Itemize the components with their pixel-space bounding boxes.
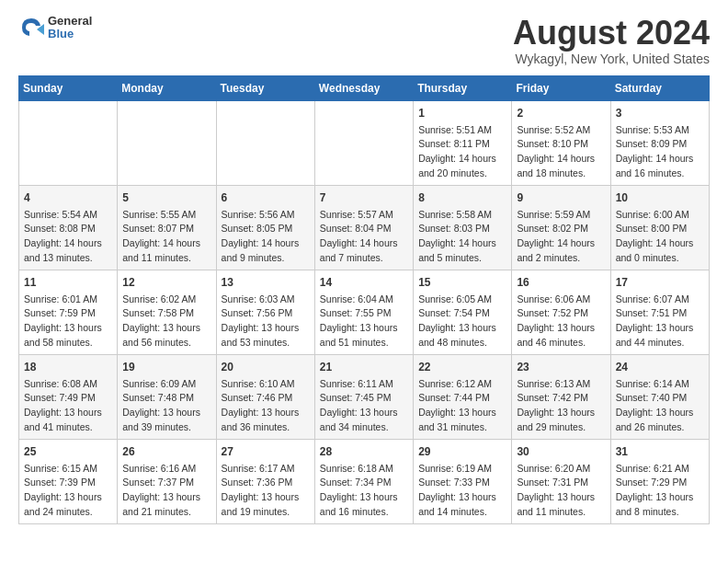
day-info: Daylight: 14 hours [320, 236, 408, 251]
day-info: Sunset: 7:54 PM [418, 306, 506, 321]
day-number: 30 [517, 443, 605, 460]
calendar-week-row: 4Sunrise: 5:54 AMSunset: 8:08 PMDaylight… [19, 185, 710, 270]
day-number: 11 [24, 274, 112, 291]
day-info: Daylight: 13 hours [517, 490, 605, 505]
day-info: Sunset: 7:37 PM [122, 476, 210, 490]
calendar-cell [118, 100, 216, 185]
day-info: Sunrise: 6:20 AM [517, 462, 605, 477]
calendar-cell: 5Sunrise: 5:55 AMSunset: 8:07 PMDaylight… [118, 185, 216, 270]
day-info: Daylight: 14 hours [222, 236, 310, 251]
calendar-cell [19, 100, 118, 185]
day-number: 20 [222, 359, 310, 375]
day-number: 29 [418, 443, 506, 460]
day-info: Sunrise: 6:10 AM [222, 377, 310, 392]
day-number: 13 [222, 274, 310, 291]
day-info: and 44 minutes. [616, 336, 704, 350]
day-number: 2 [517, 105, 605, 121]
day-info: Sunrise: 6:11 AM [320, 377, 408, 392]
day-info: Sunrise: 5:59 AM [517, 208, 605, 223]
calendar-week-row: 11Sunrise: 6:01 AMSunset: 7:59 PMDayligh… [19, 270, 710, 354]
weekday-header: Friday [512, 75, 610, 100]
day-info: Sunrise: 6:03 AM [222, 293, 310, 307]
day-info: Sunrise: 6:08 AM [24, 377, 112, 392]
day-number: 16 [517, 274, 605, 291]
day-info: Sunset: 8:05 PM [222, 222, 310, 236]
day-info: Sunset: 7:44 PM [418, 391, 506, 406]
day-info: Daylight: 13 hours [222, 490, 310, 505]
day-info: Daylight: 13 hours [418, 406, 506, 420]
day-info: Daylight: 13 hours [222, 321, 310, 336]
calendar-table: SundayMondayTuesdayWednesdayThursdayFrid… [18, 75, 710, 524]
calendar-cell [314, 100, 413, 185]
day-info: Daylight: 14 hours [517, 236, 605, 251]
calendar-cell: 18Sunrise: 6:08 AMSunset: 7:49 PMDayligh… [19, 354, 118, 439]
day-info: Sunrise: 6:09 AM [122, 377, 210, 392]
day-info: Daylight: 13 hours [517, 406, 605, 420]
calendar-cell: 14Sunrise: 6:04 AMSunset: 7:55 PMDayligh… [314, 270, 413, 354]
calendar-cell: 12Sunrise: 6:02 AMSunset: 7:58 PMDayligh… [118, 270, 216, 354]
calendar-cell: 10Sunrise: 6:00 AMSunset: 8:00 PMDayligh… [610, 185, 709, 270]
day-info: and 41 minutes. [24, 420, 112, 435]
calendar-cell: 24Sunrise: 6:14 AMSunset: 7:40 PMDayligh… [610, 354, 709, 439]
day-number: 1 [418, 105, 506, 121]
day-info: and 11 minutes. [517, 505, 605, 520]
day-info: and 16 minutes. [320, 505, 408, 520]
day-info: Daylight: 14 hours [616, 236, 704, 251]
day-info: and 18 minutes. [517, 167, 605, 181]
calendar-cell: 15Sunrise: 6:05 AMSunset: 7:54 PMDayligh… [414, 270, 512, 354]
day-info: Sunrise: 6:17 AM [222, 462, 310, 477]
calendar-cell: 3Sunrise: 5:53 AMSunset: 8:09 PMDaylight… [610, 100, 709, 185]
day-number: 22 [418, 359, 506, 375]
day-info: and 39 minutes. [122, 420, 210, 435]
day-info: Sunset: 8:04 PM [320, 222, 408, 236]
day-info: Daylight: 13 hours [320, 406, 408, 420]
day-info: and 9 minutes. [222, 251, 310, 266]
day-info: Sunset: 7:52 PM [517, 306, 605, 321]
day-info: Sunset: 7:31 PM [517, 476, 605, 490]
day-info: Sunset: 7:45 PM [320, 391, 408, 406]
day-info: and 2 minutes. [517, 251, 605, 266]
day-number: 9 [517, 190, 605, 206]
day-info: Sunrise: 6:15 AM [24, 462, 112, 477]
day-info: Sunrise: 5:53 AM [616, 123, 704, 138]
calendar-cell: 22Sunrise: 6:12 AMSunset: 7:44 PMDayligh… [414, 354, 512, 439]
day-info: Sunrise: 6:14 AM [616, 377, 704, 392]
day-info: and 0 minutes. [616, 251, 704, 266]
weekday-header: Wednesday [314, 75, 413, 100]
day-info: Sunset: 7:49 PM [24, 391, 112, 406]
calendar-cell: 6Sunrise: 5:56 AMSunset: 8:05 PMDaylight… [216, 185, 314, 270]
calendar-cell: 23Sunrise: 6:13 AMSunset: 7:42 PMDayligh… [512, 354, 610, 439]
calendar-week-row: 25Sunrise: 6:15 AMSunset: 7:39 PMDayligh… [19, 439, 710, 523]
calendar-cell: 27Sunrise: 6:17 AMSunset: 7:36 PMDayligh… [216, 439, 314, 523]
day-info: Sunrise: 5:52 AM [517, 123, 605, 138]
day-info: Daylight: 13 hours [320, 321, 408, 336]
day-number: 12 [122, 274, 210, 291]
day-info: Sunrise: 6:19 AM [418, 462, 506, 477]
day-info: Daylight: 14 hours [122, 236, 210, 251]
day-info: Sunset: 7:39 PM [24, 476, 112, 490]
calendar-cell: 30Sunrise: 6:20 AMSunset: 7:31 PMDayligh… [512, 439, 610, 523]
day-info: and 46 minutes. [517, 336, 605, 350]
day-info: Daylight: 14 hours [418, 236, 506, 251]
day-info: Daylight: 13 hours [616, 406, 704, 420]
day-info: Sunrise: 5:56 AM [222, 208, 310, 223]
day-number: 6 [222, 190, 310, 206]
day-number: 4 [24, 190, 112, 206]
calendar-cell: 26Sunrise: 6:16 AMSunset: 7:37 PMDayligh… [118, 439, 216, 523]
calendar-cell: 1Sunrise: 5:51 AMSunset: 8:11 PMDaylight… [414, 100, 512, 185]
day-info: Sunset: 7:33 PM [418, 476, 506, 490]
day-info: Sunrise: 6:16 AM [122, 462, 210, 477]
day-info: Daylight: 14 hours [24, 236, 112, 251]
day-info: Sunrise: 6:02 AM [122, 293, 210, 307]
day-info: Sunrise: 5:51 AM [418, 123, 506, 138]
day-info: and 36 minutes. [222, 420, 310, 435]
day-info: Sunset: 7:29 PM [616, 476, 704, 490]
title-area: August 2024 Wykagyl, New York, United St… [513, 15, 710, 66]
calendar-cell: 19Sunrise: 6:09 AMSunset: 7:48 PMDayligh… [118, 354, 216, 439]
calendar-cell: 8Sunrise: 5:58 AMSunset: 8:03 PMDaylight… [414, 185, 512, 270]
day-info: Sunset: 8:02 PM [517, 222, 605, 236]
day-info: Sunset: 7:40 PM [616, 391, 704, 406]
logo-blue: Blue [48, 28, 92, 40]
weekday-header: Monday [118, 75, 216, 100]
day-info: Sunset: 8:00 PM [616, 222, 704, 236]
